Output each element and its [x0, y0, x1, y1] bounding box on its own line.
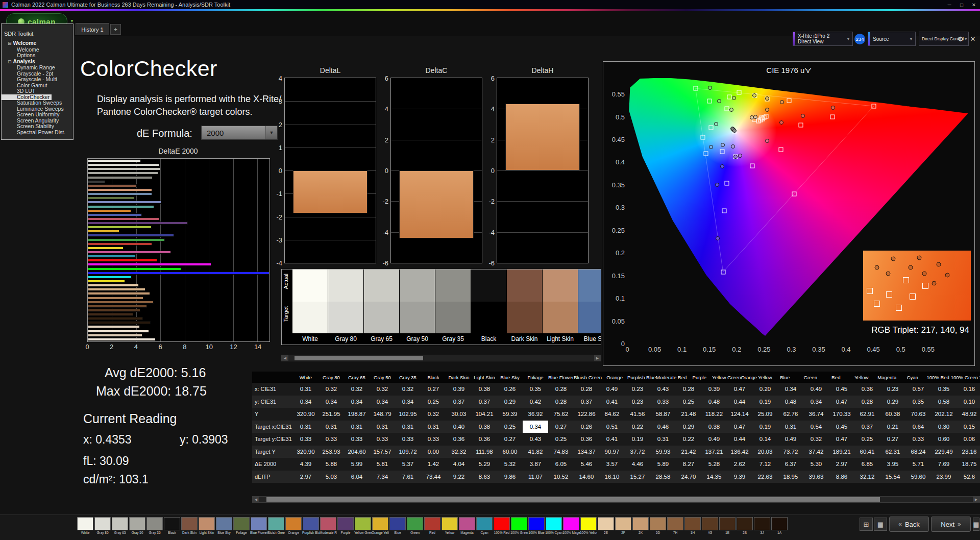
sidebar-section-welcome[interactable]: ⊟Welcome: [2, 40, 73, 47]
table-cell[interactable]: 41.56: [625, 408, 650, 421]
table-cell[interactable]: 18.95: [778, 471, 803, 483]
sidebar-item-screen-uniformity[interactable]: Screen Uniformity: [2, 112, 73, 118]
table-cell[interactable]: 5.28: [701, 458, 727, 471]
table-cell[interactable]: 0.33: [344, 433, 370, 446]
table-cell[interactable]: 0.48: [778, 396, 803, 408]
bottom-swatch-gray-80[interactable]: Gray 80: [94, 517, 111, 535]
table-cell[interactable]: 0.25: [497, 421, 523, 433]
table-cell[interactable]: 0.48: [701, 396, 727, 408]
table-cell[interactable]: 9.86: [497, 471, 523, 483]
table-cell[interactable]: 0.47: [829, 433, 854, 446]
bottom-swatch-100-blue[interactable]: 100% Blue: [528, 517, 545, 535]
table-cell[interactable]: 136.42: [727, 446, 752, 458]
table-cell[interactable]: 24.70: [676, 471, 701, 483]
table-cell[interactable]: 0.41: [599, 396, 625, 408]
table-cell[interactable]: 9.22: [446, 471, 472, 483]
table-cell[interactable]: 198.87: [344, 408, 370, 421]
table-cell[interactable]: 0.38: [472, 383, 497, 396]
table-cell[interactable]: 7.34: [370, 471, 395, 483]
table-cell[interactable]: 7.61: [395, 471, 421, 483]
table-cell[interactable]: 5.81: [370, 458, 395, 471]
table-cell[interactable]: 0.25: [854, 433, 880, 446]
table-cell[interactable]: 0.60: [931, 433, 957, 446]
table-cell[interactable]: 59.39: [497, 408, 523, 421]
table-cell[interactable]: 111.98: [472, 446, 497, 458]
sidebar-item-color-gamut[interactable]: Color Gamut: [2, 83, 73, 89]
table-cell[interactable]: 25.09: [752, 408, 778, 421]
table-cell[interactable]: 0.34: [318, 396, 344, 408]
table-cell[interactable]: 0.49: [599, 383, 625, 396]
table-cell[interactable]: 0.35: [905, 396, 931, 408]
table-cell[interactable]: 137.21: [701, 446, 727, 458]
table-cell[interactable]: 41.82: [523, 446, 548, 458]
table-cell[interactable]: 0.32: [344, 383, 370, 396]
table-cell[interactable]: 0.00: [421, 446, 446, 458]
table-cell[interactable]: 8.86: [829, 471, 854, 483]
table-cell[interactable]: 32.12: [854, 471, 880, 483]
table-cell[interactable]: 3.95: [880, 458, 905, 471]
layout-grid-icon[interactable]: ⊞: [860, 518, 873, 531]
table-cell[interactable]: 0.37: [854, 421, 880, 433]
bottom-swatch-white[interactable]: White: [77, 517, 94, 535]
table-cell[interactable]: 122.86: [574, 408, 599, 421]
table-cell[interactable]: 60.38: [880, 408, 905, 421]
bottom-swatch-2k[interactable]: 2K: [632, 517, 649, 535]
table-cell[interactable]: 28.58: [650, 471, 676, 483]
back-button[interactable]: « Back: [889, 517, 929, 532]
table-cell[interactable]: 0.27: [880, 433, 905, 446]
table-cell[interactable]: 8.27: [676, 458, 701, 471]
bottom-swatch-bluish-green[interactable]: Bluish Green: [267, 517, 285, 535]
table-cell[interactable]: 0.34: [293, 396, 318, 408]
table-cell[interactable]: 5.32: [497, 458, 523, 471]
strip-patch-gray-35[interactable]: Gray 35: [435, 269, 471, 345]
table-cell[interactable]: 0.27: [497, 433, 523, 446]
layout-cells-icon[interactable]: ▦: [874, 518, 887, 531]
sidebar-item-3d-lut[interactable]: 3D LUT: [2, 88, 73, 94]
strip-patch-gray-65[interactable]: Gray 65: [363, 269, 399, 345]
table-cell[interactable]: 60.41: [854, 446, 880, 458]
table-cell[interactable]: 0.32: [318, 383, 344, 396]
table-cell[interactable]: 0.58: [931, 396, 957, 408]
tree-collapse-icon[interactable]: ⊟: [8, 59, 12, 64]
table-cell[interactable]: 0.39: [446, 383, 472, 396]
table-scrollbar[interactable]: ◀ ▶: [252, 496, 980, 503]
table-cell[interactable]: 1.42: [421, 458, 446, 471]
table-cell[interactable]: 118.22: [701, 408, 727, 421]
table-cell[interactable]: 0.19: [625, 433, 650, 446]
table-cell[interactable]: 0.28: [548, 383, 574, 396]
table-cell[interactable]: 0.49: [701, 433, 727, 446]
bottom-swatch-1e[interactable]: 1E: [719, 517, 736, 535]
table-cell[interactable]: 5.89: [650, 458, 676, 471]
table-cell[interactable]: 0.25: [548, 433, 574, 446]
table-cell[interactable]: 37.72: [625, 446, 650, 458]
table-cell[interactable]: 134.37: [574, 446, 599, 458]
table-cell[interactable]: 18.75: [957, 458, 980, 471]
bottom-swatch-blue[interactable]: Blue: [389, 517, 406, 535]
table-cell[interactable]: 5.46: [574, 458, 599, 471]
table-cell[interactable]: 5.99: [344, 458, 370, 471]
table-cell[interactable]: 6.04: [344, 471, 370, 483]
bottom-swatch-1a[interactable]: 1A: [771, 517, 788, 535]
table-cell[interactable]: 59.60: [905, 471, 931, 483]
table-cell[interactable]: 10.52: [548, 471, 574, 483]
table-cell[interactable]: 0.47: [829, 396, 854, 408]
tab-history-1[interactable]: History 1: [76, 23, 109, 35]
workspace-close-icon[interactable]: ✕: [968, 33, 978, 45]
strip-patch-blue-sky[interactable]: Blue Sky: [578, 269, 601, 345]
bottom-swatch-red[interactable]: Red: [424, 517, 441, 535]
table-cell[interactable]: 0.23: [880, 383, 905, 396]
table-cell[interactable]: 157.57: [370, 446, 395, 458]
table-cell[interactable]: 58.87: [650, 408, 676, 421]
table-cell[interactable]: 0.31: [421, 421, 446, 433]
source-dropdown[interactable]: Source ▼: [868, 32, 916, 46]
table-cell[interactable]: 0.32: [370, 383, 395, 396]
table-cell[interactable]: 11.07: [523, 471, 548, 483]
bottom-swatch-1h[interactable]: 1H: [684, 517, 701, 535]
scroll-left-icon[interactable]: ◀: [282, 355, 288, 361]
table-cell[interactable]: 0.45: [829, 421, 854, 433]
table-cell[interactable]: 90.97: [599, 446, 625, 458]
table-cell[interactable]: 320.90: [293, 408, 318, 421]
minimize-button[interactable]: ─: [943, 2, 955, 8]
table-cell[interactable]: 0.44: [727, 396, 752, 408]
table-cell[interactable]: 0.31: [344, 421, 370, 433]
